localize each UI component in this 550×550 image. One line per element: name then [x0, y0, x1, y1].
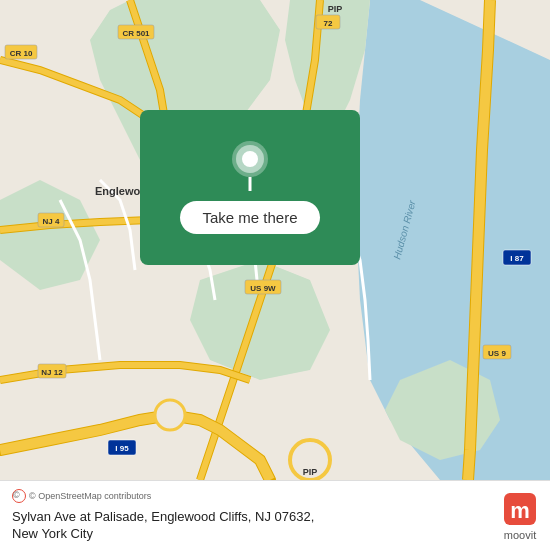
info-bar: © © OpenStreetMap contributors Sylvan Av…	[0, 480, 550, 550]
moovit-icon: m	[502, 491, 538, 527]
pip-label-top: PIP	[328, 4, 343, 14]
address-line2: New York City	[12, 526, 93, 541]
i87-shield-text: I 87	[510, 254, 524, 263]
cr10-shield-text: CR 10	[10, 49, 33, 58]
moovit-m-svg: m	[502, 491, 538, 527]
cr501-shield-text: CR 501	[122, 29, 150, 38]
svg-point-21	[242, 151, 258, 167]
us9-shield-text: US 9	[488, 349, 506, 358]
moovit-logo: m moovit	[502, 491, 538, 541]
location-card[interactable]: Take me there	[140, 110, 360, 265]
pin-icon	[230, 141, 270, 191]
pip-label-bottom: PIP	[303, 467, 318, 477]
moovit-text: moovit	[504, 529, 536, 541]
info-left: © © OpenStreetMap contributors Sylvan Av…	[12, 489, 492, 543]
osm-logo: ©	[12, 489, 26, 503]
map-container: CR 10 CR 501 72 NJ 4 US 9W NJ 12 I 95 I …	[0, 0, 550, 480]
r72-shield-text: 72	[324, 19, 333, 28]
nj4-shield-text: NJ 4	[43, 217, 60, 226]
osm-attribution-text: © OpenStreetMap contributors	[29, 491, 151, 501]
nj12-shield-text: NJ 12	[41, 368, 63, 377]
take-me-there-button[interactable]: Take me there	[180, 201, 319, 234]
osm-credit: © © OpenStreetMap contributors	[12, 489, 492, 503]
address-line1: Sylvan Ave at Palisade, Englewood Cliffs…	[12, 509, 314, 524]
address-text: Sylvan Ave at Palisade, Englewood Cliffs…	[12, 509, 492, 543]
us9w-shield-text: US 9W	[250, 284, 276, 293]
i95-shield-text: I 95	[115, 444, 129, 453]
svg-point-8	[155, 400, 185, 430]
svg-text:m: m	[510, 498, 530, 523]
